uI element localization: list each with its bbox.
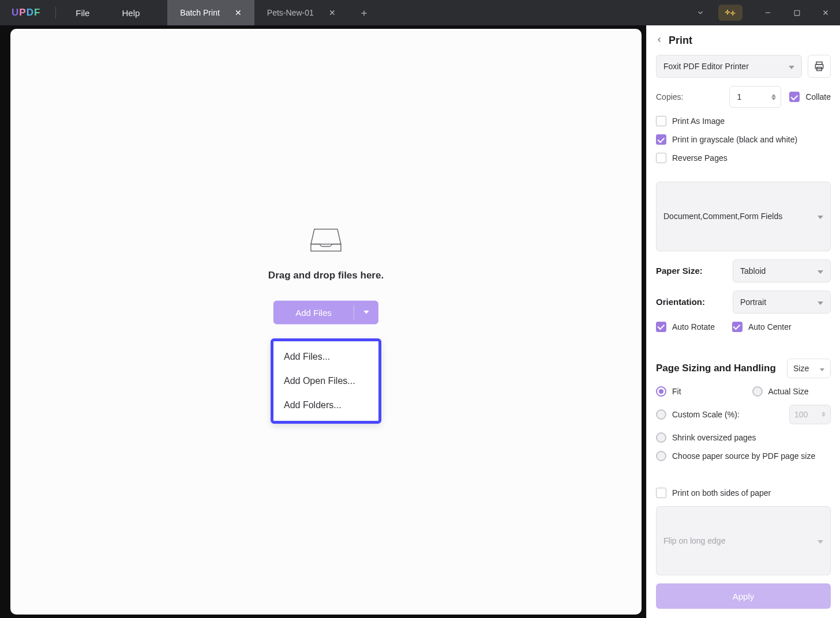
back-icon[interactable] — [656, 36, 663, 46]
paper-size-select[interactable]: Tabloid — [733, 259, 831, 282]
grayscale-label: Print in grayscale (black and white) — [672, 135, 797, 144]
tab-pets-new-01[interactable]: Pets-New-01 ✕ — [254, 0, 348, 25]
stepper-icon — [822, 412, 826, 417]
svg-marker-17 — [817, 540, 823, 544]
svg-rect-1 — [794, 10, 800, 16]
window-controls — [686, 0, 840, 25]
fit-radio[interactable]: Fit — [656, 386, 735, 397]
radio-icon — [656, 386, 666, 397]
minimize-icon[interactable] — [753, 0, 782, 25]
close-window-icon[interactable] — [811, 0, 840, 25]
size-mode-select[interactable]: Size — [787, 359, 831, 378]
inbox-tray-icon — [310, 225, 342, 255]
paper-size-value: Tabloid — [740, 266, 766, 276]
tab-label: Pets-New-01 — [267, 8, 314, 17]
svg-marker-4 — [363, 311, 369, 314]
print-as-image-label: Print As Image — [672, 116, 725, 126]
check-icon — [656, 134, 666, 145]
radio-icon — [656, 451, 666, 461]
menu-item-add-folders[interactable]: Add Folders... — [273, 393, 378, 417]
shrink-oversized-radio[interactable]: Shrink oversized pages — [656, 432, 831, 443]
copies-value: 1 — [737, 92, 741, 101]
print-as-image-checkbox[interactable]: Print As Image — [656, 116, 831, 126]
chevron-down-icon — [817, 536, 823, 545]
copies-label: Copies: — [656, 92, 683, 101]
tab-batch-print[interactable]: Batch Print ✕ — [167, 0, 254, 25]
custom-scale-input: 100 — [789, 405, 831, 424]
app-logo: UPDF — [0, 0, 52, 25]
check-icon — [789, 92, 800, 102]
menu-help[interactable]: Help — [106, 0, 156, 25]
auto-rotate-label: Auto Rotate — [672, 322, 715, 331]
menu-item-add-files[interactable]: Add Files... — [273, 345, 378, 369]
custom-scale-label: Custom Scale (%): — [672, 410, 740, 419]
paper-size-label: Paper Size: — [656, 266, 703, 276]
ai-sparkle-icon[interactable] — [718, 5, 742, 21]
svg-marker-14 — [820, 368, 824, 371]
check-icon — [656, 116, 666, 126]
chevron-down-icon[interactable] — [686, 0, 715, 25]
shrink-label: Shrink oversized pages — [672, 433, 756, 442]
drop-instruction: Drag and drop files here. — [268, 269, 384, 281]
chevron-down-icon — [820, 364, 824, 373]
auto-center-checkbox[interactable]: Auto Center — [732, 322, 792, 332]
content-select[interactable]: Document,Comment,Form Fields — [656, 182, 831, 251]
printer-value: Foxit PDF Editor Printer — [663, 62, 749, 71]
new-tab-button[interactable]: ＋ — [348, 0, 380, 25]
radio-icon — [656, 409, 666, 420]
actual-size-radio[interactable]: Actual Size — [752, 386, 831, 397]
custom-scale-radio[interactable]: Custom Scale (%): — [656, 409, 740, 420]
chevron-down-icon — [789, 62, 794, 71]
stepper-icon[interactable] — [771, 94, 776, 100]
svg-marker-9 — [771, 94, 776, 97]
collate-checkbox[interactable]: Collate — [789, 92, 831, 102]
grayscale-checkbox[interactable]: Print in grayscale (black and white) — [656, 134, 831, 145]
duplex-mode-select: Flip on long edge — [656, 506, 831, 576]
check-icon — [656, 153, 666, 163]
close-icon[interactable]: ✕ — [235, 8, 242, 17]
reverse-label: Reverse Pages — [672, 153, 727, 163]
auto-rotate-checkbox[interactable]: Auto Rotate — [656, 322, 715, 332]
print-panel: Print Foxit PDF Editor Printer Copies: — [646, 25, 840, 618]
apply-label: Apply — [733, 591, 755, 601]
svg-marker-15 — [822, 412, 825, 414]
dropdown-caret-icon[interactable] — [354, 300, 378, 324]
radio-icon — [752, 386, 763, 397]
tab-label: Batch Print — [180, 8, 219, 17]
add-files-dropdown: Add Files... Add Open Files... Add Folde… — [271, 338, 381, 424]
printer-settings-icon[interactable] — [808, 55, 831, 78]
drop-canvas[interactable]: Drag and drop files here. Add Files Add … — [10, 29, 642, 615]
panel-title: Print — [669, 35, 692, 47]
apply-button[interactable]: Apply — [656, 583, 831, 609]
copies-input[interactable]: 1 — [729, 86, 781, 108]
fit-label: Fit — [672, 387, 681, 396]
paper-source-radio[interactable]: Choose paper source by PDF page size — [656, 451, 831, 461]
maximize-icon[interactable] — [782, 0, 811, 25]
orientation-label: Orientation: — [656, 297, 705, 307]
svg-marker-11 — [817, 216, 823, 219]
paper-source-label: Choose paper source by PDF page size — [672, 451, 815, 461]
chevron-down-icon — [817, 297, 823, 307]
reverse-pages-checkbox[interactable]: Reverse Pages — [656, 153, 831, 163]
divider — [55, 7, 56, 18]
svg-marker-5 — [789, 66, 794, 69]
duplex-checkbox[interactable]: Print on both sides of paper — [656, 488, 831, 498]
svg-marker-12 — [817, 270, 823, 274]
collate-label: Collate — [805, 92, 831, 101]
orientation-select[interactable]: Portrait — [733, 291, 831, 314]
size-mode-value: Size — [793, 364, 809, 373]
svg-marker-13 — [817, 302, 823, 305]
check-icon — [656, 488, 666, 498]
duplex-label: Print on both sides of paper — [672, 488, 771, 498]
svg-marker-16 — [822, 414, 825, 417]
close-icon[interactable]: ✕ — [329, 8, 336, 17]
chevron-down-icon — [817, 212, 823, 221]
custom-scale-value: 100 — [794, 410, 808, 419]
menu-item-add-open-files[interactable]: Add Open Files... — [273, 369, 378, 393]
menu-file[interactable]: File — [59, 0, 106, 25]
radio-icon — [656, 432, 666, 443]
titlebar: UPDF File Help Batch Print ✕ Pets-New-01… — [0, 0, 840, 25]
printer-select[interactable]: Foxit PDF Editor Printer — [656, 55, 802, 78]
page-sizing-heading: Page Sizing and Handling — [656, 363, 776, 374]
add-files-button[interactable]: Add Files — [273, 300, 378, 324]
